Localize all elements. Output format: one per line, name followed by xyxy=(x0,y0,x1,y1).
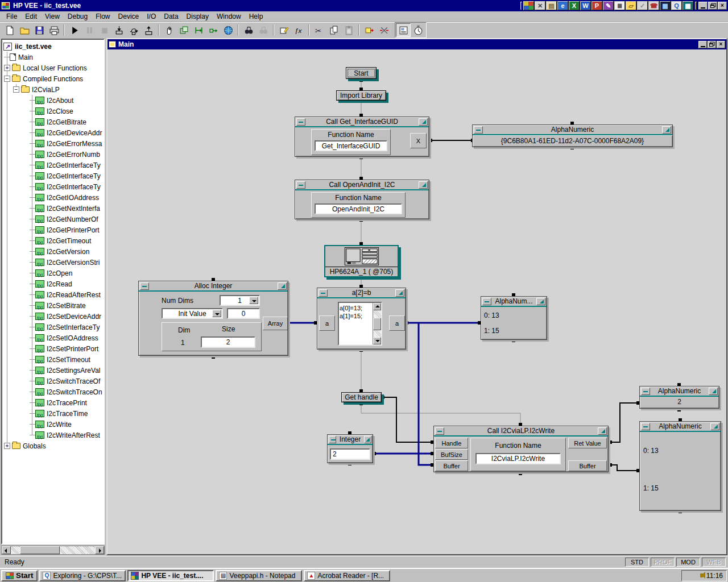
alloc-integer-block[interactable]: Alloc Integer Num Dims 1 Init Value 0 Di… xyxy=(138,281,288,356)
find-next-icon[interactable] xyxy=(256,23,271,37)
get-handle-block[interactable]: Get handle xyxy=(341,392,382,402)
alphanumeric-retvalue-display[interactable]: AlphaNumeric 2 xyxy=(639,386,719,409)
tree-expand-toggle[interactable] xyxy=(4,443,10,449)
mode-indicator[interactable]: WEB xyxy=(702,558,726,567)
close-window-icon[interactable]: ✕ xyxy=(535,1,545,10)
tree-horizontal-scrollbar[interactable] xyxy=(1,546,105,555)
block-titlebar[interactable]: AlphaNumeric xyxy=(473,125,672,135)
main-subwindow-titlebar[interactable]: Main × xyxy=(107,39,726,49)
start-button[interactable]: Start xyxy=(1,570,38,581)
resize-block-icon[interactable] xyxy=(598,427,607,435)
internet-explorer-icon[interactable]: e xyxy=(557,1,568,10)
mode-indicator[interactable]: STD xyxy=(625,558,649,567)
speaker-icon[interactable] xyxy=(700,573,703,577)
tree-item[interactable]: I2cGetBitrate xyxy=(2,117,104,127)
size-field[interactable]: 2 xyxy=(201,336,255,348)
notebook-icon[interactable]: ▤ xyxy=(546,1,557,10)
tree-item[interactable]: I2cSetBitrate xyxy=(2,300,104,311)
stop-icon[interactable] xyxy=(97,23,111,37)
function-name-field[interactable]: OpenAndInit_I2C xyxy=(315,203,402,214)
close-button[interactable]: × xyxy=(718,2,727,10)
formula-block[interactable]: a[2]=b a a a[0]=13; a[1]=15; xyxy=(317,288,406,350)
pause-icon[interactable] xyxy=(82,23,97,37)
alphanumeric-guid-display[interactable]: AlphaNumeric {9C6B80A1-61ED-11d2-A07C-00… xyxy=(472,124,673,147)
block-titlebar[interactable]: Call I2CviaLP.I2cWrite xyxy=(434,426,608,436)
block-titlebar[interactable]: Call Get_InterfaceGUID xyxy=(295,117,429,127)
calculator-icon[interactable]: ▦ xyxy=(682,1,693,10)
resize-block-icon[interactable] xyxy=(662,126,671,134)
tree-expand-toggle[interactable] xyxy=(13,86,19,93)
new-icon[interactable] xyxy=(2,23,17,37)
scroll-left-button[interactable] xyxy=(2,546,11,554)
minimize-block-icon[interactable] xyxy=(318,289,328,297)
dropdown-arrow-icon[interactable] xyxy=(212,310,221,317)
tree-item[interactable]: I2cSettingsAreVal xyxy=(2,365,104,376)
taskbar-task-button[interactable]: HP VEE - iic_test.... xyxy=(127,570,214,581)
tree-item[interactable]: I2cSetTimeout xyxy=(2,354,104,365)
init-value-field[interactable]: 0 xyxy=(227,308,260,319)
print-icon[interactable] xyxy=(47,23,61,37)
menu-item[interactable]: Edit xyxy=(21,11,41,22)
output-terminal-array[interactable]: Array xyxy=(263,317,288,330)
tree-item[interactable]: I2cOpen xyxy=(2,268,104,278)
input-terminal-bufsize[interactable]: BufSize xyxy=(435,449,468,460)
taskbar-task-button[interactable]: Exploring - G:\CPS\T... xyxy=(39,570,126,581)
tree-item[interactable]: I2cGetErrorNumb xyxy=(2,149,104,160)
step-into-icon[interactable] xyxy=(111,23,126,37)
formula-scrollbar[interactable] xyxy=(373,303,381,344)
tree-item[interactable]: I2cSwitchTraceOn xyxy=(2,386,104,397)
block-titlebar[interactable]: AlphaNum... xyxy=(481,297,547,307)
input-terminal-handle[interactable]: Handle xyxy=(435,438,468,448)
main-minimize-button[interactable] xyxy=(698,41,707,48)
tree-item[interactable]: I2cSetDeviceAddr xyxy=(2,311,104,322)
block-titlebar[interactable]: AlphaNumeric xyxy=(640,422,721,432)
main-close-button[interactable]: × xyxy=(717,41,725,48)
notes-list-icon[interactable]: ≣ xyxy=(614,1,625,10)
tree-item[interactable]: I2cGetIOAddress xyxy=(2,192,104,203)
flow-canvas[interactable]: Start Import Library Call Get_InterfaceG… xyxy=(107,49,726,554)
tree-item[interactable]: I2cGetDeviceAddr xyxy=(2,127,104,138)
connect-object-icon[interactable] xyxy=(206,23,221,37)
resize-block-icon[interactable] xyxy=(419,181,428,189)
main-restore-button[interactable] xyxy=(708,41,716,48)
menu-item[interactable]: Window xyxy=(213,11,245,22)
block-titlebar[interactable]: AlphaNumeric xyxy=(640,386,719,397)
function-icon[interactable]: ƒx xyxy=(291,23,306,37)
menu-item[interactable]: View xyxy=(41,11,64,22)
output-terminal-a[interactable]: a xyxy=(389,315,405,331)
resize-block-icon[interactable] xyxy=(395,289,404,297)
powerpoint-icon[interactable]: P xyxy=(592,1,602,10)
taskbar-task-button[interactable]: Acrobat Reader - [R... xyxy=(304,570,390,581)
scroll-right-button[interactable] xyxy=(95,546,104,554)
tree-item[interactable]: I2cTracePrint xyxy=(2,397,104,408)
paste-icon[interactable] xyxy=(341,23,356,37)
output-terminal-buffer[interactable]: Buffer xyxy=(568,460,607,471)
init-value-dropdown[interactable]: Init Value xyxy=(162,308,223,319)
tree-item[interactable]: I2cGetNumberOf xyxy=(2,214,104,225)
call-get-interfaceguid-block[interactable]: Call Get_InterfaceGUID Function Name Get… xyxy=(295,117,429,157)
four-color-logo-icon[interactable] xyxy=(523,1,534,10)
taskbar-task-button[interactable]: Veeppapi.h - Notepad xyxy=(216,570,302,581)
tree-item[interactable]: I2cGetInterfaceTy xyxy=(2,171,104,181)
resize-block-icon[interactable] xyxy=(709,388,718,395)
menu-item[interactable]: Data xyxy=(160,11,182,22)
checkmark-icon[interactable]: ✓ xyxy=(637,1,648,10)
menu-item[interactable]: Debug xyxy=(64,11,92,22)
num-dims-dropdown[interactable]: 1 xyxy=(220,295,260,306)
disconnect-icon[interactable] xyxy=(377,23,391,37)
excel-icon[interactable]: X xyxy=(569,1,580,10)
tree-item[interactable]: I2cClose xyxy=(2,106,104,117)
resize-block-icon[interactable] xyxy=(364,436,371,443)
alphanum-small-display[interactable]: AlphaNum... 0: 13 1: 15 xyxy=(481,296,547,340)
input-terminal-buffer[interactable]: Buffer xyxy=(435,460,468,471)
resize-block-icon[interactable] xyxy=(536,298,545,305)
open-folder-icon[interactable]: ▱ xyxy=(626,1,636,10)
minimize-block-icon[interactable] xyxy=(482,298,491,305)
scroll-up-icon[interactable] xyxy=(373,303,381,310)
step-out-icon[interactable] xyxy=(141,23,156,37)
tree-item[interactable]: Local User Functions xyxy=(2,63,104,73)
mode-indicator[interactable]: MOD xyxy=(676,558,700,567)
tree-expand-toggle[interactable] xyxy=(4,65,10,71)
tree-item[interactable]: I2cSetIOAddress xyxy=(2,332,104,343)
tree-item[interactable]: I2cReadAfterRest xyxy=(2,289,104,300)
